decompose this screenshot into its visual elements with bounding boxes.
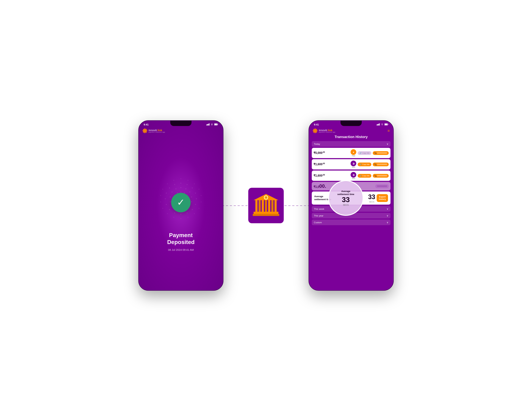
svg-rect-7 bbox=[218, 124, 218, 125]
logo-flower-right bbox=[313, 128, 318, 133]
svg-rect-1 bbox=[206, 124, 207, 126]
settlement-value: 33 SECS bbox=[368, 193, 375, 203]
phone-btn-1[interactable]: 📞 9999988888 bbox=[373, 151, 389, 155]
notch-left bbox=[170, 121, 191, 126]
svg-point-44 bbox=[180, 183, 181, 184]
chevron-week: ∨ bbox=[387, 207, 388, 210]
svg-point-50 bbox=[192, 209, 193, 210]
wifi-icon-right bbox=[381, 123, 384, 126]
check-icon: ✓ bbox=[177, 198, 185, 207]
copy-icon-3: 🔗 bbox=[360, 175, 361, 177]
page-title: Transaction History bbox=[312, 133, 390, 141]
svg-rect-84 bbox=[262, 200, 264, 212]
partial-row: ₹1,000. 9999988888 bbox=[312, 182, 390, 190]
logo-text-left: innoviti link payment collection app bbox=[149, 129, 165, 133]
logo-sub-left: payment collection app bbox=[149, 131, 165, 133]
svg-rect-85 bbox=[265, 200, 267, 212]
overlay-section: ₹1,000. 9999988888 Averagesettlement tim… bbox=[312, 182, 390, 205]
svg-point-104 bbox=[314, 131, 316, 133]
svg-rect-4 bbox=[209, 123, 209, 126]
svg-rect-90 bbox=[253, 214, 279, 216]
section-label-year: This year bbox=[314, 214, 323, 217]
left-phone: 9:41 bbox=[138, 120, 223, 291]
svg-point-52 bbox=[180, 214, 181, 215]
logo-text-right: innoviti link payment collection app bbox=[319, 129, 335, 133]
tx-status-paid: ● bbox=[351, 149, 356, 155]
copy-link-btn-3[interactable]: 🔗 Copy link bbox=[358, 174, 371, 178]
svg-point-61 bbox=[188, 180, 188, 181]
svg-rect-88 bbox=[275, 200, 277, 212]
logo-left: innoviti link payment collection app bbox=[142, 128, 165, 133]
chevron-year: ∨ bbox=[387, 214, 388, 217]
partial-phone-btn: 9999988888 bbox=[375, 184, 389, 188]
export-btn[interactable]: Export history bbox=[377, 194, 388, 202]
section-today[interactable]: Today ∨ bbox=[312, 141, 390, 147]
phone-btn-2[interactable]: 📞 9999988888 bbox=[373, 163, 389, 166]
svg-point-45 bbox=[187, 184, 188, 185]
svg-rect-87 bbox=[271, 200, 274, 212]
phone-btn-3[interactable]: 📞 9999988888 bbox=[373, 174, 389, 178]
svg-point-73 bbox=[160, 202, 161, 202]
svg-point-42 bbox=[172, 192, 172, 193]
svg-point-100 bbox=[314, 128, 316, 130]
svg-point-54 bbox=[169, 209, 170, 210]
svg-point-59 bbox=[174, 184, 175, 185]
tx-amount-2: ₹1,600.00 bbox=[314, 163, 349, 166]
signal-icon-right bbox=[377, 123, 380, 126]
svg-point-46 bbox=[192, 187, 193, 188]
section-this-year[interactable]: This year ∨ bbox=[312, 213, 390, 218]
transaction-row-1: ₹5,000.00 ● Paid 🔗 Copy link 📞 999998888… bbox=[312, 148, 390, 158]
battery-icon-right bbox=[384, 123, 388, 126]
svg-point-16 bbox=[142, 130, 144, 131]
svg-point-31 bbox=[185, 188, 186, 189]
svg-point-102 bbox=[316, 130, 318, 131]
section-custom[interactable]: Custom ∨ bbox=[312, 220, 390, 225]
tx-amount-1: ₹5,000.00 bbox=[314, 151, 349, 155]
copy-icon-2: 🔗 bbox=[360, 163, 361, 165]
svg-point-51 bbox=[187, 213, 188, 214]
status-icons-left bbox=[206, 123, 218, 126]
app-header-left: innoviti link payment collection app bbox=[139, 127, 223, 133]
svg-point-5 bbox=[212, 125, 212, 125]
section-label-today: Today bbox=[314, 143, 320, 145]
svg-point-68 bbox=[188, 217, 188, 218]
svg-rect-98 bbox=[385, 124, 387, 125]
svg-point-34 bbox=[191, 201, 192, 202]
logo-flower-left bbox=[142, 128, 148, 133]
tx-status-sent-2: ◑ bbox=[351, 161, 356, 166]
svg-point-53 bbox=[174, 213, 175, 214]
tx-amount-3: ₹1,600.00 bbox=[314, 174, 349, 177]
svg-point-10 bbox=[144, 128, 145, 130]
section-this-week[interactable]: This week ∨ bbox=[312, 206, 390, 212]
logo-name-right: innoviti link bbox=[319, 129, 335, 131]
copy-link-btn-2[interactable]: 🔗 Copy link bbox=[358, 163, 371, 166]
svg-point-58 bbox=[169, 187, 170, 188]
check-circle: ✓ bbox=[171, 193, 191, 212]
svg-point-57 bbox=[166, 193, 167, 194]
svg-point-70 bbox=[173, 217, 174, 218]
partial-amount: ₹1,000. bbox=[314, 183, 374, 189]
svg-point-55 bbox=[166, 204, 167, 205]
center-bank-icon: ₹ bbox=[248, 188, 284, 223]
scene: 9:41 bbox=[0, 0, 532, 411]
period-sections: This week ∨ This year ∨ Custom ∨ bbox=[312, 206, 390, 225]
tx-status-label-2: Sent bbox=[352, 166, 355, 168]
svg-point-76 bbox=[167, 184, 168, 184]
status-bar-left: 9:41 bbox=[139, 121, 223, 127]
copy-link-btn-1[interactable]: 🔗 Copy link bbox=[358, 151, 371, 155]
svg-rect-89 bbox=[254, 212, 278, 214]
svg-text:₹: ₹ bbox=[266, 197, 267, 199]
svg-point-64 bbox=[201, 195, 201, 196]
payment-date: 08 Jul 2024 09:41 AM bbox=[139, 248, 223, 251]
svg-point-49 bbox=[195, 204, 196, 205]
tx-status-label-1: Paid bbox=[352, 155, 355, 157]
svg-point-43 bbox=[176, 188, 176, 189]
chevron-custom: ∨ bbox=[387, 221, 388, 224]
svg-rect-94 bbox=[379, 123, 380, 126]
wifi-icon-left bbox=[210, 123, 213, 126]
svg-rect-92 bbox=[378, 124, 378, 126]
svg-point-41 bbox=[170, 197, 171, 197]
svg-point-66 bbox=[199, 208, 199, 209]
svg-point-106 bbox=[313, 130, 314, 131]
hamburger-menu[interactable]: ≡ bbox=[388, 128, 390, 133]
